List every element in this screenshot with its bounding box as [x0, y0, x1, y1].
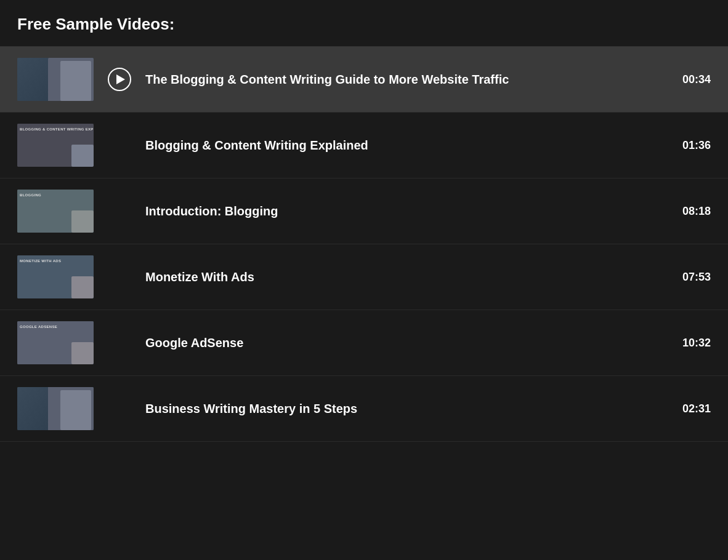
- video-thumbnail: GOOGLE ADSENSE: [17, 321, 94, 364]
- video-duration: 01:36: [668, 139, 711, 152]
- video-thumbnail: [17, 387, 94, 430]
- video-title: Google AdSense: [145, 336, 243, 350]
- page-container: Free Sample Videos: The Blogging & Conte…: [0, 0, 728, 442]
- play-button-wrapper[interactable]: [106, 66, 133, 93]
- video-title: Monetize With Ads: [145, 270, 254, 284]
- play-button[interactable]: [108, 68, 131, 91]
- thumbnail-person: [71, 342, 94, 364]
- video-info: The Blogging & Content Writing Guide to …: [145, 71, 668, 87]
- thumbnail-label: BLOGGING & CONTENT WRITING EXPLAINED: [20, 127, 94, 131]
- thumbnail-person: [71, 276, 94, 298]
- video-info: Monetize With Ads: [145, 269, 668, 285]
- video-thumbnail: [17, 58, 94, 101]
- list-item[interactable]: Business Writing Mastery in 5 Steps 02:3…: [0, 376, 728, 442]
- thumbnail-person: [71, 210, 94, 233]
- video-thumbnail: BLOGGING: [17, 190, 94, 233]
- video-title: The Blogging & Content Writing Guide to …: [145, 73, 509, 86]
- video-title: Blogging & Content Writing Explained: [145, 138, 368, 152]
- thumbnail-person: [71, 145, 94, 167]
- video-duration: 10:32: [668, 337, 711, 350]
- video-info: Business Writing Mastery in 5 Steps: [145, 401, 668, 417]
- video-duration: 07:53: [668, 271, 711, 284]
- video-duration: 00:34: [668, 73, 711, 86]
- thumbnail-label: BLOGGING: [20, 193, 41, 197]
- list-item[interactable]: MONETIZE WITH ADS Monetize With Ads 07:5…: [0, 244, 728, 310]
- list-item[interactable]: BLOGGING & CONTENT WRITING EXPLAINED Blo…: [0, 113, 728, 178]
- page-header: Free Sample Videos:: [0, 0, 728, 47]
- thumbnail-label: GOOGLE ADSENSE: [20, 325, 57, 329]
- list-item[interactable]: BLOGGING Introduction: Blogging 08:18: [0, 178, 728, 244]
- video-duration: 08:18: [668, 205, 711, 218]
- list-item[interactable]: GOOGLE ADSENSE Google AdSense 10:32: [0, 310, 728, 376]
- play-icon: [116, 74, 125, 84]
- video-list: The Blogging & Content Writing Guide to …: [0, 47, 728, 442]
- video-info: Introduction: Blogging: [145, 203, 668, 219]
- video-thumbnail: MONETIZE WITH ADS: [17, 255, 94, 298]
- page-title: Free Sample Videos:: [17, 15, 711, 34]
- video-thumbnail: BLOGGING & CONTENT WRITING EXPLAINED: [17, 124, 94, 167]
- video-info: Blogging & Content Writing Explained: [145, 137, 668, 153]
- list-item[interactable]: The Blogging & Content Writing Guide to …: [0, 47, 728, 113]
- video-duration: 02:31: [668, 402, 711, 415]
- video-title: Business Writing Mastery in 5 Steps: [145, 402, 357, 415]
- video-title: Introduction: Blogging: [145, 204, 278, 218]
- video-info: Google AdSense: [145, 335, 668, 351]
- thumbnail-label: MONETIZE WITH ADS: [20, 259, 61, 263]
